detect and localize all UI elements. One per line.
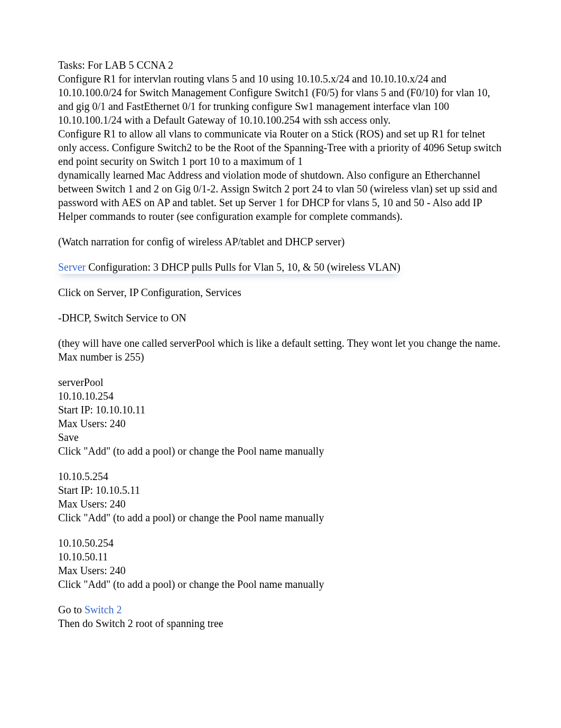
switch2-block: Go to Switch 2 Then do Switch 2 root of … [58, 603, 503, 630]
intro-line-1: Configure R1 for intervlan routing vlans… [58, 72, 503, 127]
goto-switch2-line: Go to Switch 2 [58, 603, 503, 616]
goto-prefix: Go to [58, 604, 85, 615]
switch2-label: Switch 2 [85, 604, 122, 615]
document-page: Tasks: For LAB 5 CCNA 2 Configure R1 for… [0, 0, 561, 728]
pool3-max: Max Users: 240 [58, 564, 503, 577]
pool1-block: serverPool 10.10.10.254 Start IP: 10.10.… [58, 375, 503, 458]
server-config-line: Server Configuration: 3 DHCP pulls Pulls… [58, 261, 400, 274]
pool2-max: Max Users: 240 [58, 497, 503, 511]
pool1-start: Start IP: 10.10.10.11 [58, 403, 503, 417]
pool2-start: Start IP: 10.10.5.11 [58, 483, 503, 497]
pool1-add: Click "Add" (to add a pool) or change th… [58, 444, 503, 458]
pool2-add: Click "Add" (to add a pool) or change th… [58, 511, 503, 524]
pool-note-block: (they will have one called serverPool wh… [58, 336, 503, 364]
switch2-root-line: Then do Switch 2 root of spanning tree [58, 616, 503, 630]
pool3-block: 10.10.50.254 10.10.50.11 Max Users: 240 … [58, 536, 503, 591]
intro-block: Tasks: For LAB 5 CCNA 2 Configure R1 for… [58, 58, 503, 223]
pool-note-line: (they will have one called serverPool wh… [58, 336, 503, 364]
pool2-block: 10.10.5.254 Start IP: 10.10.5.11 Max Use… [58, 469, 503, 524]
dhcp-on-block: -DHCP, Switch Service to ON [58, 311, 503, 325]
pool1-save: Save [58, 430, 503, 444]
pool3-add: Click "Add" (to add a pool) or change th… [58, 577, 503, 591]
pool1-max: Max Users: 240 [58, 417, 503, 430]
click-server-line: Click on Server, IP Configuration, Servi… [58, 285, 503, 299]
dhcp-on-line: -DHCP, Switch Service to ON [58, 311, 503, 325]
server-label: Server [58, 261, 86, 273]
server-config-block: Server Configuration: 3 DHCP pulls Pulls… [58, 260, 503, 274]
pool2-gateway: 10.10.5.254 [58, 469, 503, 483]
server-config-rest: Configuration: 3 DHCP pulls Pulls for Vl… [86, 261, 400, 273]
pool3-start: 10.10.50.11 [58, 550, 503, 564]
pool1-name: serverPool [58, 375, 503, 389]
click-server-block: Click on Server, IP Configuration, Servi… [58, 285, 503, 299]
intro-line-3: dynamically learned Mac Address and viol… [58, 168, 503, 223]
intro-line-2: Configure R1 to allow all vlans to commu… [58, 127, 503, 168]
pool3-gateway: 10.10.50.254 [58, 536, 503, 550]
watch-note: (Watch narration for config of wireless … [58, 235, 503, 248]
doc-title: Tasks: For LAB 5 CCNA 2 [58, 58, 503, 72]
watch-note-block: (Watch narration for config of wireless … [58, 235, 503, 248]
pool1-gateway: 10.10.10.254 [58, 389, 503, 403]
